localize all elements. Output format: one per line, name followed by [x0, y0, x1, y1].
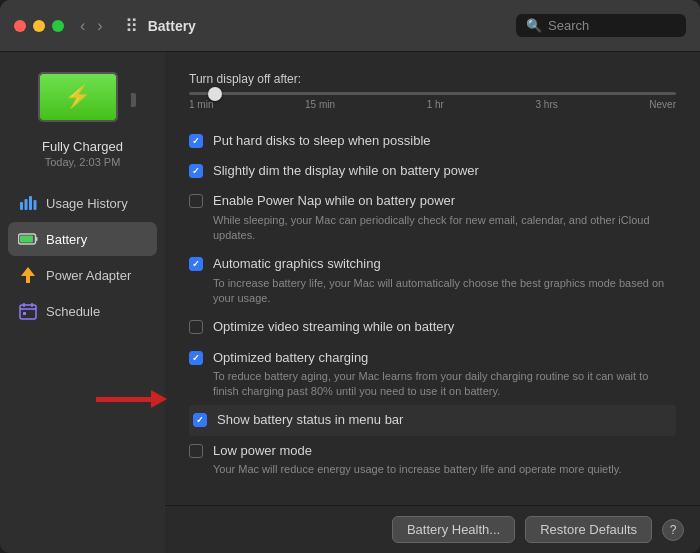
svg-rect-8: [20, 305, 36, 319]
setting-dim-display: Slightly dim the display while on batter…: [189, 156, 676, 186]
setting-text-menu-bar: Show battery status in menu bar: [217, 411, 672, 429]
sidebar-item-usage-history[interactable]: Usage History: [8, 186, 157, 220]
label-menu-bar: Show battery status in menu bar: [217, 411, 672, 429]
restore-defaults-button[interactable]: Restore Defaults: [525, 516, 652, 543]
arrow-head: [151, 390, 167, 408]
checkbox-video-streaming[interactable]: [189, 320, 203, 334]
slider-label-1min: 1 min: [189, 99, 213, 110]
setting-text-hard-disks: Put hard disks to sleep when possible: [213, 132, 676, 150]
sidebar-label-battery: Battery: [46, 232, 87, 247]
setting-text-power-nap: Enable Power Nap while on battery power …: [213, 192, 676, 243]
label-video-streaming: Optimize video streaming while on batter…: [213, 318, 676, 336]
sidebar-item-battery[interactable]: Battery: [8, 222, 157, 256]
close-button[interactable]: [14, 20, 26, 32]
battery-health-button[interactable]: Battery Health...: [392, 516, 515, 543]
slider-container[interactable]: [189, 92, 676, 95]
setting-text-dim-display: Slightly dim the display while on batter…: [213, 162, 676, 180]
display-off-slider-section: Turn display off after: 1 min 15 min 1 h…: [189, 72, 676, 110]
main-content: ⚡ Fully Charged Today, 2:03 PM: [0, 52, 700, 553]
setting-auto-graphics: Automatic graphics switching To increase…: [189, 249, 676, 312]
battery-body: ⚡: [38, 72, 118, 122]
search-icon: 🔍: [526, 18, 542, 33]
checkbox-dim-display[interactable]: [189, 164, 203, 178]
search-box: 🔍: [516, 14, 686, 37]
sidebar-label-schedule: Schedule: [46, 304, 100, 319]
svg-rect-3: [34, 200, 37, 210]
desc-low-power: Your Mac will reduce energy usage to inc…: [213, 462, 676, 477]
help-button[interactable]: ?: [662, 519, 684, 541]
back-button[interactable]: ‹: [76, 16, 89, 36]
battery-bolt-icon: ⚡: [64, 84, 91, 110]
setting-row: Optimized battery charging To reduce bat…: [189, 349, 676, 400]
right-panel: Turn display off after: 1 min 15 min 1 h…: [165, 52, 700, 553]
checkbox-menu-bar[interactable]: [193, 413, 207, 427]
power-adapter-icon: [18, 265, 38, 285]
slider-labels: 1 min 15 min 1 hr 3 hrs Never: [189, 99, 676, 110]
setting-row: Optimize video streaming while on batter…: [189, 318, 676, 336]
usage-history-icon: [18, 193, 38, 213]
checkbox-optimized-charging[interactable]: [189, 351, 203, 365]
battery-time-label: Today, 2:03 PM: [45, 156, 121, 168]
sidebar-item-power-adapter[interactable]: Power Adapter: [8, 258, 157, 292]
maximize-button[interactable]: [52, 20, 64, 32]
svg-rect-2: [29, 196, 32, 210]
battery-tip: [131, 93, 136, 107]
settings-panel: Turn display off after: 1 min 15 min 1 h…: [165, 52, 700, 505]
svg-marker-7: [21, 267, 35, 283]
nav-arrows: ‹ ›: [76, 16, 107, 36]
sidebar-item-schedule[interactable]: Schedule: [8, 294, 157, 328]
setting-row: Enable Power Nap while on battery power …: [189, 192, 676, 243]
svg-rect-0: [20, 202, 23, 210]
setting-row: Put hard disks to sleep when possible: [189, 132, 676, 150]
setting-optimized-charging: Optimized battery charging To reduce bat…: [189, 343, 676, 406]
schedule-icon: [18, 301, 38, 321]
setting-power-nap: Enable Power Nap while on battery power …: [189, 186, 676, 249]
window-controls: [14, 20, 64, 32]
svg-rect-5: [36, 237, 38, 241]
checkbox-power-nap[interactable]: [189, 194, 203, 208]
search-input[interactable]: [548, 18, 676, 33]
battery-visual: ⚡: [38, 72, 128, 127]
setting-row: Low power mode Your Mac will reduce ener…: [189, 442, 676, 478]
setting-text-auto-graphics: Automatic graphics switching To increase…: [213, 255, 676, 306]
setting-video-streaming: Optimize video streaming while on batter…: [189, 312, 676, 342]
desc-optimized-charging: To reduce battery aging, your Mac learns…: [213, 369, 676, 400]
setting-text-optimized-charging: Optimized battery charging To reduce bat…: [213, 349, 676, 400]
label-dim-display: Slightly dim the display while on batter…: [213, 162, 676, 180]
setting-text-low-power: Low power mode Your Mac will reduce ener…: [213, 442, 676, 478]
sidebar-label-power-adapter: Power Adapter: [46, 268, 131, 283]
setting-row: Show battery status in menu bar: [193, 411, 672, 429]
setting-hard-disks: Put hard disks to sleep when possible: [189, 126, 676, 156]
arrow-body: [96, 397, 151, 402]
label-low-power: Low power mode: [213, 442, 676, 460]
checkbox-auto-graphics[interactable]: [189, 257, 203, 271]
label-power-nap: Enable Power Nap while on battery power: [213, 192, 676, 210]
desc-power-nap: While sleeping, your Mac can periodicall…: [213, 213, 676, 244]
titlebar: ‹ › ⠿ Battery 🔍: [0, 0, 700, 52]
slider-track: [189, 92, 676, 95]
slider-label-3hrs: 3 hrs: [535, 99, 557, 110]
checkbox-low-power[interactable]: [189, 444, 203, 458]
svg-rect-6: [20, 236, 33, 243]
setting-menu-bar: Show battery status in menu bar: [189, 405, 676, 435]
slider-label-1hr: 1 hr: [427, 99, 444, 110]
slider-label: Turn display off after:: [189, 72, 676, 86]
bottom-bar: Battery Health... Restore Defaults ?: [165, 505, 700, 553]
setting-low-power: Low power mode Your Mac will reduce ener…: [189, 436, 676, 484]
sidebar-nav: Usage History Battery: [0, 186, 165, 330]
arrow-annotation: [96, 390, 167, 408]
app-grid-button[interactable]: ⠿: [123, 13, 140, 39]
setting-text-video-streaming: Optimize video streaming while on batter…: [213, 318, 676, 336]
checkbox-hard-disks[interactable]: [189, 134, 203, 148]
label-auto-graphics: Automatic graphics switching: [213, 255, 676, 273]
window-title: Battery: [148, 18, 196, 34]
forward-button[interactable]: ›: [93, 16, 106, 36]
setting-row: Slightly dim the display while on batter…: [189, 162, 676, 180]
sidebar: ⚡ Fully Charged Today, 2:03 PM: [0, 52, 165, 553]
label-optimized-charging: Optimized battery charging: [213, 349, 676, 367]
window: ‹ › ⠿ Battery 🔍 ⚡ Fully Charged Today, 2…: [0, 0, 700, 553]
slider-thumb[interactable]: [208, 87, 222, 101]
label-hard-disks: Put hard disks to sleep when possible: [213, 132, 676, 150]
slider-label-never: Never: [649, 99, 676, 110]
minimize-button[interactable]: [33, 20, 45, 32]
